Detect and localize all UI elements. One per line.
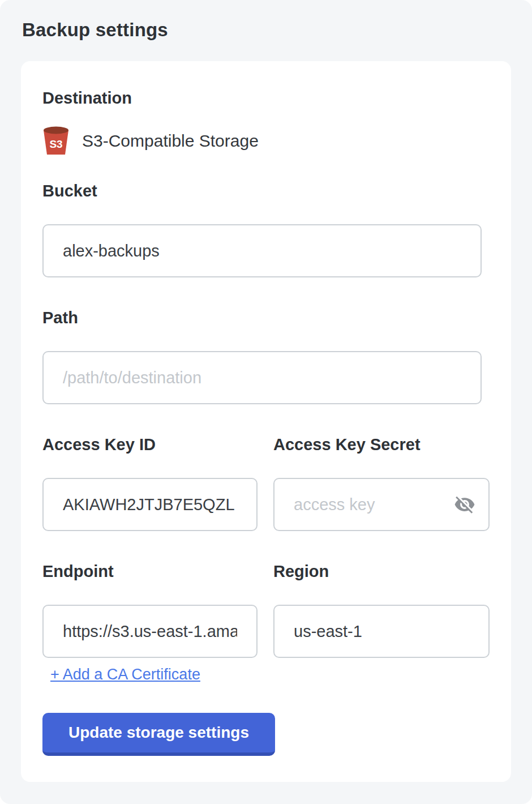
update-storage-settings-button[interactable]: Update storage settings <box>42 713 275 756</box>
endpoint-region-row: Endpoint Region <box>42 563 490 658</box>
submit-row: Update storage settings <box>42 683 490 756</box>
endpoint-field: Endpoint <box>42 563 258 658</box>
backup-settings-card: Destination S3 S3-Compatible Storage Buc… <box>21 61 511 782</box>
region-label: Region <box>273 563 490 580</box>
toggle-secret-visibility-button[interactable] <box>453 493 476 516</box>
access-key-row: Access Key ID Access Key Secret <box>42 436 490 531</box>
s3-bucket-icon: S3 <box>42 126 70 156</box>
destination-value-row: S3 S3-Compatible Storage <box>42 126 490 156</box>
access-key-secret-wrap <box>273 478 490 531</box>
bucket-field: Bucket <box>42 182 490 277</box>
access-key-secret-field: Access Key Secret <box>273 436 490 531</box>
access-key-id-label: Access Key ID <box>42 436 258 453</box>
destination-label: Destination <box>42 89 490 106</box>
path-field: Path <box>42 309 490 404</box>
add-ca-certificate-link[interactable]: + Add a CA Certificate <box>50 666 200 683</box>
access-key-id-input[interactable] <box>42 478 258 531</box>
backup-settings-page: Backup settings Destination S3 S3-Compat… <box>0 0 532 804</box>
path-input[interactable] <box>42 351 482 404</box>
region-input[interactable] <box>273 605 490 658</box>
region-field: Region <box>273 563 490 658</box>
endpoint-label: Endpoint <box>42 563 258 580</box>
endpoint-input[interactable] <box>42 605 258 658</box>
svg-text:S3: S3 <box>49 138 62 150</box>
destination-value: S3-Compatible Storage <box>82 131 259 151</box>
access-key-secret-label: Access Key Secret <box>273 436 490 453</box>
bucket-label: Bucket <box>42 182 490 199</box>
bucket-input[interactable] <box>42 224 482 277</box>
page-title: Backup settings <box>22 19 511 41</box>
eye-off-icon <box>454 494 475 515</box>
path-label: Path <box>42 309 490 326</box>
access-key-id-field: Access Key ID <box>42 436 258 531</box>
